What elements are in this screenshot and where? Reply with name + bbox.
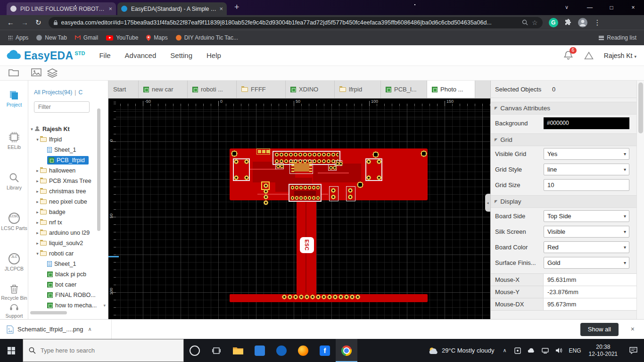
tree-item-folder[interactable]: ▸ nrf tx	[28, 217, 108, 228]
notifications-button[interactable]: 6	[564, 50, 573, 60]
project-vertical-scrollbar[interactable]	[97, 108, 100, 231]
tree-item-user[interactable]: ▾ Rajesh Kt	[28, 124, 108, 134]
window-maximize-button[interactable]: □	[601, 0, 622, 15]
panel-scrollbar[interactable]	[636, 81, 644, 319]
bookmark-maps[interactable]: Maps	[146, 34, 167, 41]
esc-silkscreen-logo[interactable]: ESC	[300, 237, 314, 253]
reload-icon[interactable]: ↻	[35, 18, 41, 27]
tree-item-pcb-selected[interactable]: PCB_lfrpid	[28, 155, 108, 165]
bookmark-diy-arduino[interactable]: DIY Arduino Tic Tac...	[176, 34, 238, 41]
tab-search-icon[interactable]: ∨	[565, 4, 569, 10]
rail-item-lcsc-parts[interactable]: LCSC LCSC Parts	[0, 213, 28, 231]
surface-finish-select[interactable]: Gold▾	[544, 257, 629, 269]
all-projects-link[interactable]: All Projects(94)	[34, 89, 72, 96]
tree-item-pcb[interactable]: black pi pcb	[28, 269, 108, 280]
cortana-button[interactable]	[184, 339, 206, 362]
search-input[interactable]	[41, 347, 173, 354]
tree-item-folder[interactable]: ▸ liquid_soulv2	[28, 238, 108, 248]
back-icon[interactable]: ←	[7, 18, 14, 26]
rail-item-recycle-bin[interactable]: Recycle Bin	[0, 284, 28, 301]
reading-list-button[interactable]: Reading list	[599, 34, 636, 41]
tree-item-sheet[interactable]: Sheet_1	[28, 145, 108, 155]
expand-icon[interactable]: ▸	[35, 168, 40, 173]
facebook-button[interactable]: f	[314, 339, 336, 362]
doc-tab-start[interactable]: Start	[108, 81, 139, 98]
forward-icon[interactable]: →	[21, 18, 28, 26]
background-color-value[interactable]: #000000	[544, 117, 629, 129]
menu-setting[interactable]: Setting	[170, 51, 192, 59]
file-explorer-button[interactable]	[227, 339, 249, 362]
doc-tab[interactable]: new car	[139, 81, 188, 98]
bookmark-star-icon[interactable]: ☆	[532, 19, 538, 26]
tree-item-sheet[interactable]: Sheet_1	[28, 259, 108, 269]
download-item[interactable]: Schematic_lfrpid_....png ∧	[0, 320, 112, 339]
action-center-button[interactable]	[624, 347, 642, 354]
project-filter-input[interactable]	[34, 101, 90, 113]
board-side-select[interactable]: Top Side▾	[544, 210, 629, 222]
layers-icon[interactable]	[47, 68, 58, 80]
chrome-button-active[interactable]	[336, 339, 357, 362]
menu-advanced[interactable]: Advanced	[125, 51, 157, 59]
soic-body[interactable]	[294, 163, 309, 172]
expand-icon[interactable]: ▸	[35, 189, 40, 194]
tree-item-folder[interactable]: ▸ arduino uno l29	[28, 228, 108, 238]
menu-file[interactable]: File	[99, 51, 110, 59]
window-minimize-button[interactable]: —	[579, 0, 601, 15]
window-close-button[interactable]: ×	[622, 0, 644, 15]
rail-item-library[interactable]: Library	[0, 172, 28, 190]
close-download-bar-icon[interactable]: ×	[631, 325, 635, 333]
onedrive-tray-icon[interactable]	[528, 348, 535, 353]
tree-item-pcb[interactable]: how to mecha...	[28, 300, 108, 311]
expand-icon[interactable]: ▸	[35, 230, 40, 235]
tree-item-folder[interactable]: ▸ halloween	[28, 165, 108, 176]
pinned-app-button[interactable]	[249, 339, 271, 362]
extensions-puzzle-icon[interactable]	[564, 19, 571, 26]
doc-tab[interactable]: XDINO	[286, 81, 335, 98]
grid-size-input[interactable]	[544, 179, 629, 191]
expand-icon[interactable]: ▾	[35, 137, 40, 142]
firefox-button[interactable]	[292, 339, 314, 362]
section-grid[interactable]: ◤ Grid	[491, 133, 637, 146]
tree-item-folder[interactable]: ▸ badge	[28, 207, 108, 217]
rail-item-jlcpcb[interactable]: JLC JLCPCB	[0, 253, 28, 272]
bookmark-gmail[interactable]: Gmail	[75, 34, 98, 41]
weather-widget[interactable]: 29°C Mostly cloudy	[429, 347, 494, 354]
visible-grid-select[interactable]: Yes▾	[544, 148, 629, 160]
new-tab-button[interactable]: +	[234, 2, 239, 12]
project-horizontal-scrollbar[interactable]	[30, 311, 67, 314]
download-menu-icon[interactable]: ∧	[88, 326, 91, 332]
expand-icon[interactable]: ▸	[35, 179, 40, 183]
panel-collapse-handle[interactable]: ◂	[485, 194, 490, 212]
tab-close-icon[interactable]: ×	[108, 5, 112, 12]
cloud-link[interactable]: C	[78, 89, 83, 96]
bookmark-youtube[interactable]: YouTube	[106, 34, 138, 41]
tab-close-icon[interactable]: ×	[219, 5, 223, 12]
export-image-icon[interactable]	[31, 68, 41, 79]
rail-item-support[interactable]: Support	[0, 303, 28, 319]
section-display[interactable]: ◤ Display	[491, 195, 637, 208]
user-menu[interactable]: Rajesh Kt▾	[604, 52, 636, 59]
browser-menu-icon[interactable]: ⋮	[594, 18, 601, 27]
doc-tab[interactable]: lfrpid	[335, 81, 381, 98]
expand-icon[interactable]: ▸	[35, 210, 40, 214]
tree-item-folder[interactable]: ▾ roboti car	[28, 248, 108, 259]
tree-item-pcb[interactable]: bot caer	[28, 280, 108, 290]
scroll-down-icon[interactable]: ▾	[103, 303, 106, 308]
triangle-tool-icon[interactable]	[584, 51, 594, 60]
expand-icon[interactable]: ▸	[35, 241, 40, 246]
menu-help[interactable]: Help	[206, 51, 221, 59]
volume-tray-icon[interactable]	[555, 347, 562, 354]
doc-tab[interactable]: FFFF	[237, 81, 286, 98]
file-folder-icon[interactable]	[8, 68, 19, 79]
taskbar-search-box[interactable]	[23, 339, 184, 362]
doc-tab-active[interactable]: Photo ...	[427, 81, 475, 98]
network-tray-icon[interactable]	[542, 348, 549, 354]
tray-expand-icon[interactable]: ∧	[503, 347, 507, 354]
expand-icon[interactable]: ▾	[35, 251, 40, 256]
pinned-app-button[interactable]	[271, 339, 292, 362]
rail-item-eelib[interactable]: EELib	[0, 132, 28, 150]
grammarly-extension-icon[interactable]: G	[549, 18, 558, 27]
bookmark-new-tab[interactable]: New Tab	[36, 34, 66, 41]
tree-item-pcb[interactable]: FINAL ROBO...	[28, 290, 108, 300]
expand-icon[interactable]: ▸	[35, 220, 40, 225]
